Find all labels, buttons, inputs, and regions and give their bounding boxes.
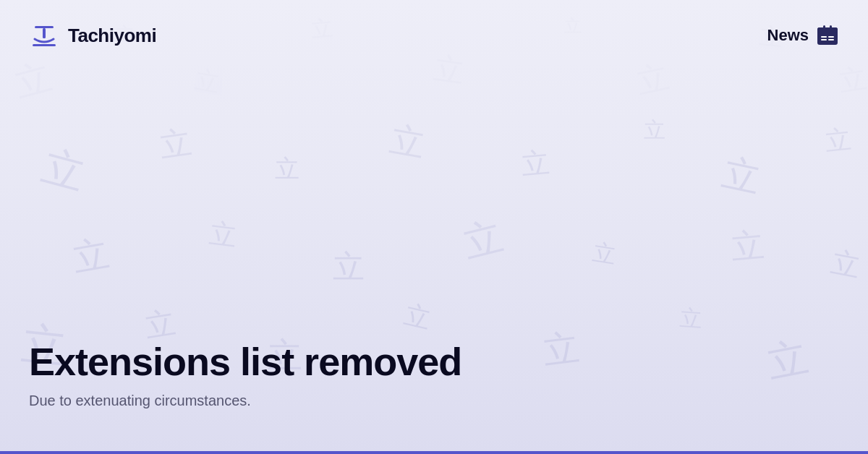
header: Tachiyomi News	[0, 0, 868, 65]
nav-area: News	[767, 24, 839, 47]
svg-rect-39	[828, 39, 834, 40]
page-container: 立 立 立 立 立 立 立 立 立 立 立 立 立 立 立 立 立 立 立 立 …	[0, 0, 868, 454]
main-title: Extensions list removed	[29, 340, 839, 383]
bottom-accent-line	[0, 451, 868, 454]
svg-rect-33	[33, 44, 56, 46]
subtitle: Due to extenuating circumstances.	[29, 390, 839, 411]
news-icon[interactable]	[816, 24, 839, 47]
app-title: Tachiyomi	[68, 25, 156, 47]
svg-rect-31	[35, 26, 54, 28]
logo-area: Tachiyomi	[29, 20, 156, 51]
news-label[interactable]: News	[767, 26, 809, 45]
main-content: Extensions list removed Due to extenuati…	[0, 65, 868, 454]
svg-rect-38	[821, 39, 827, 40]
svg-rect-32	[43, 28, 46, 38]
svg-rect-36	[821, 36, 827, 38]
svg-rect-41	[830, 25, 832, 30]
svg-rect-35	[817, 27, 838, 33]
svg-rect-37	[828, 36, 834, 38]
tachiyomi-logo-icon	[29, 20, 59, 51]
svg-rect-40	[823, 25, 825, 30]
